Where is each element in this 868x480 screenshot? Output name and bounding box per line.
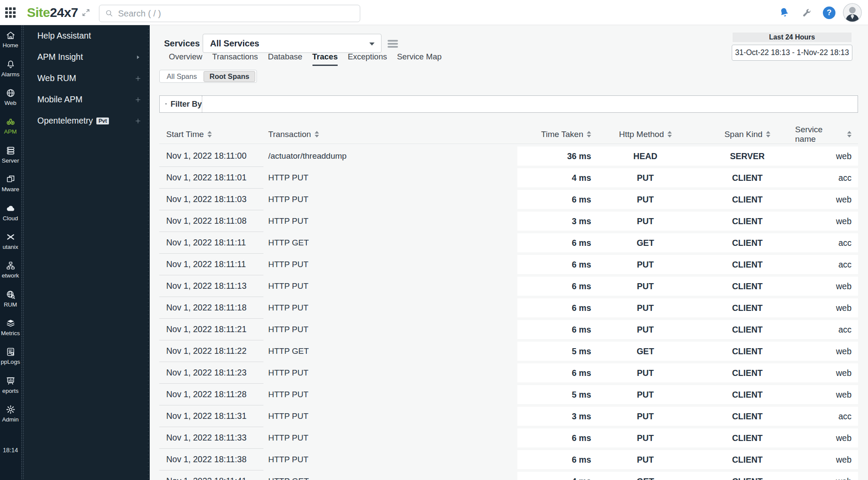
tools-wrench-icon[interactable] [801,7,812,19]
table-row[interactable]: Nov 1, 2022 18:11:38HTTP PUT6 msPUTCLIEN… [159,449,858,470]
cell-time-taken: 4 ms [517,477,591,480]
cell-time-taken: 6 ms [517,281,591,291]
search-input[interactable] [118,9,360,19]
column-header-http-method[interactable]: Http Method [591,130,700,139]
cell-service-name: web [795,216,852,226]
tab-database[interactable]: Database [268,52,302,66]
user-avatar[interactable] [843,3,862,22]
sidebar-item-label: APM Insight [37,52,83,62]
cell-transaction: HTTP PUT [263,319,517,340]
column-header-transaction[interactable]: Transaction [263,130,517,139]
sidebar-item-apm-insight[interactable]: APM Insight [24,46,150,68]
sort-icon[interactable] [766,131,770,137]
traces-table-body: Nov 1, 2022 18:11:00/actuator/threaddump… [159,145,858,480]
table-row[interactable]: Nov 1, 2022 18:11:13HTTP PUT6 msPUTCLIEN… [159,275,858,297]
span-option-all-spans[interactable]: All Spans [161,72,203,82]
rail-item-server[interactable]: Server [0,140,21,169]
filter-input[interactable] [202,96,858,112]
cell-transaction: HTTP PUT [263,427,517,449]
row-metrics-card: 3 msPUTCLIENTweb [517,212,858,231]
table-row[interactable]: Nov 1, 2022 18:11:31HTTP PUT3 msPUTCLIEN… [159,405,858,427]
tab-exceptions[interactable]: Exceptions [348,52,387,66]
cell-service-name: acc [795,173,852,183]
menu-hamburger-icon[interactable] [388,40,398,47]
cell-span-kind: CLIENT [700,260,795,270]
cell-span-kind: CLIENT [700,477,795,480]
help-icon[interactable]: ? [823,7,835,19]
table-row[interactable]: Nov 1, 2022 18:11:01HTTP PUT4 msPUTCLIEN… [159,167,858,189]
sidebar-item-web-rum[interactable]: Web RUM [24,68,150,89]
sort-icon[interactable] [315,131,319,137]
cell-span-kind: CLIENT [700,303,795,313]
rail-item-utanix[interactable]: utanix [0,227,21,255]
cell-time-taken: 5 ms [517,390,591,400]
table-row[interactable]: Nov 1, 2022 18:11:23HTTP PUT6 msPUTCLIEN… [159,362,858,384]
rail-item-apm[interactable]: APM [0,111,21,140]
table-row[interactable]: Nov 1, 2022 18:11:21HTTP PUT6 msPUTCLIEN… [159,319,858,340]
table-row[interactable]: Nov 1, 2022 18:11:11HTTP GET6 msGETCLIEN… [159,232,858,254]
app-grid-icon[interactable] [3,6,17,20]
rail-item-mware[interactable]: Mware [0,169,21,198]
rail-item-pplogs[interactable]: ppLogs [0,342,21,370]
sidebar-item-mobile-apm[interactable]: Mobile APM [24,89,150,110]
timerange-value[interactable]: 31-Oct-22 18:13 - 1-Nov-22 18:13 [732,45,852,61]
expand-icon[interactable] [81,7,91,18]
sort-icon[interactable] [847,131,852,137]
sort-icon[interactable] [667,131,672,137]
tab-overview[interactable]: Overview [169,52,202,66]
rail-item-etwork[interactable]: etwork [0,255,21,284]
table-row[interactable]: Nov 1, 2022 18:11:03HTTP PUT6 msPUTCLIEN… [159,189,858,210]
span-option-root-spans[interactable]: Root Spans [204,71,256,82]
site24x7-logo[interactable]: Site24x7 [27,5,78,20]
table-row[interactable]: Nov 1, 2022 18:11:22HTTP GET5 msGETCLIEN… [159,340,858,362]
rail-resize-handle[interactable] [21,25,24,480]
column-header-time-taken[interactable]: Time Taken [517,130,591,139]
table-row[interactable]: Nov 1, 2022 18:11:28HTTP PUT5 msPUTCLIEN… [159,384,858,405]
globe-icon [6,88,16,98]
row-metrics-card: 5 msGETCLIENTweb [517,342,858,361]
rail-item-label: Server [2,157,19,164]
rail-item-web[interactable]: Web [0,83,21,111]
cell-time-taken: 6 ms [517,455,591,465]
rail-item-metrics[interactable]: Metrics [0,313,21,342]
sort-icon[interactable] [207,131,212,137]
rail-item-home[interactable]: Home [0,25,21,54]
rail-item-admin[interactable]: Admin [0,399,21,428]
cell-http-method: PUT [591,216,700,226]
sort-icon[interactable] [587,131,591,137]
timerange-preset[interactable]: Last 24 Hours [733,33,852,42]
cell-http-method: PUT [591,195,700,205]
tab-transactions[interactable]: Transactions [212,52,258,66]
cell-span-kind: CLIENT [700,173,795,183]
tab-service-map[interactable]: Service Map [397,52,442,66]
table-row[interactable]: Nov 1, 2022 18:11:33HTTP PUT6 msPUTCLIEN… [159,427,858,449]
row-metrics-card: 6 msPUTCLIENTacc [517,320,858,339]
cell-time-taken: 3 ms [517,411,591,421]
sidebar-item-help-assistant[interactable]: Help Assistant [24,25,150,46]
column-header-start-time[interactable]: Start Time [159,130,263,139]
table-row[interactable]: Nov 1, 2022 18:11:11HTTP PUT6 msPUTCLIEN… [159,254,858,275]
column-header-service-name[interactable]: Service name [795,125,852,144]
cell-start-time: Nov 1, 2022 18:11:38 [159,449,263,470]
table-row[interactable]: Nov 1, 2022 18:11:00/actuator/threaddump… [159,145,858,167]
rail-item-cloud[interactable]: Cloud [0,198,21,226]
logo-site: Site [27,5,50,20]
column-label: Service name [795,125,844,144]
notifications-bell-icon[interactable] [777,5,792,20]
tab-traces[interactable]: Traces [312,52,338,66]
table-row[interactable]: Nov 1, 2022 18:11:41HTTP GET4 msGETCLIEN… [159,470,858,480]
rail-item-rum[interactable]: RUM [0,284,21,313]
rail-item-eports[interactable]: eports [0,371,21,399]
table-row[interactable]: Nov 1, 2022 18:11:18HTTP PUT6 msPUTCLIEN… [159,297,858,319]
row-metrics-card: 6 msPUTCLIENTweb [517,277,858,296]
sidebar-item-opentelemetry[interactable]: OpentelemetryPvt [24,110,150,131]
services-dropdown[interactable]: All Services [203,34,381,53]
services-dropdown-value: All Services [210,39,259,49]
column-header-span-kind[interactable]: Span Kind [700,130,795,139]
filter-by-button[interactable]: Filter By [160,96,202,112]
cell-http-method: PUT [591,281,700,291]
table-row[interactable]: Nov 1, 2022 18:11:08HTTP PUT3 msPUTCLIEN… [159,210,858,232]
cell-service-name: web [795,346,852,356]
cell-service-name: web [795,303,852,313]
rail-item-alarms[interactable]: Alarms [0,54,21,82]
